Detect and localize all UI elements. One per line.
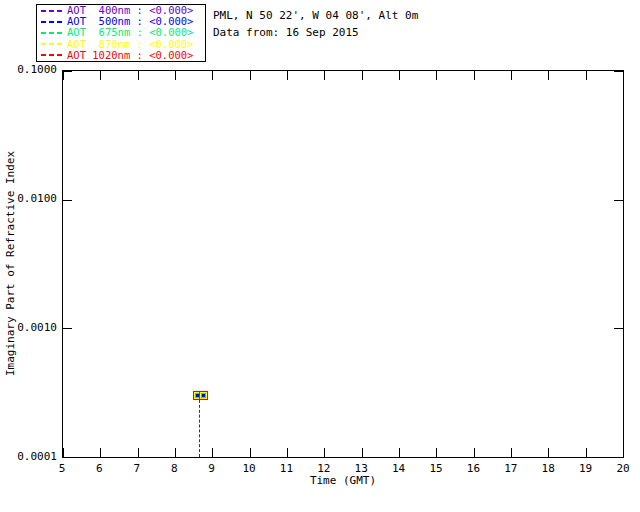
dashed-line-swatch-500nm — [41, 21, 63, 23]
y-tick-label: 0.0010 — [0, 322, 57, 334]
legend-item-870nm: AOT 870nm : <0.000> — [41, 39, 205, 50]
x-tick-label: 18 — [542, 462, 555, 475]
x-tick-label: 8 — [171, 462, 178, 475]
x-tick-label: 20 — [616, 462, 629, 475]
x-tick-label: 13 — [355, 462, 368, 475]
header-block: PML, N 50 22', W 04 08', Alt 0m Data fro… — [213, 7, 418, 41]
axis-ticks-bottom — [63, 448, 623, 457]
site-location-text: PML, N 50 22', W 04 08', Alt 0m — [213, 7, 418, 24]
legend-label-870nm: AOT 870nm : <0.000> — [67, 39, 193, 50]
legend-label-1020nm: AOT 1020nm : <0.000> — [67, 50, 193, 61]
x-tick-label: 5 — [59, 462, 66, 475]
dashed-line-swatch-870nm — [41, 43, 63, 45]
y-tick-label: 0.0001 — [0, 451, 57, 463]
x-tick-label: 17 — [504, 462, 517, 475]
data-point-marker — [202, 394, 205, 397]
x-tick-label: 6 — [96, 462, 103, 475]
dashed-line-swatch-675nm — [41, 32, 63, 34]
data-date-text: Data from: 16 Sep 2015 — [213, 24, 418, 41]
dashed-line-swatch-1020nm — [41, 54, 63, 56]
x-axis-title: Time (GMT) — [62, 474, 624, 487]
x-tick-label: 9 — [208, 462, 215, 475]
x-tick-label: 19 — [579, 462, 592, 475]
dashed-line-swatch-400nm — [41, 10, 63, 12]
y-axis-title: Imaginary Part of Refractive Index — [4, 114, 17, 414]
legend-box: AOT 400nm : <0.000> AOT 500nm : <0.000> … — [36, 4, 206, 62]
x-tick-label: 16 — [467, 462, 480, 475]
plot-area — [62, 70, 624, 458]
x-tick-label: 10 — [242, 462, 255, 475]
x-tick-label: 11 — [280, 462, 293, 475]
data-dropline — [199, 395, 200, 457]
aeronet-refractive-index-plot: AOT 400nm : <0.000> AOT 500nm : <0.000> … — [0, 0, 640, 512]
axis-ticks-top — [63, 71, 623, 80]
x-tick-label: 7 — [133, 462, 140, 475]
legend-label-675nm: AOT 675nm : <0.000> — [67, 27, 193, 38]
legend-item-675nm: AOT 675nm : <0.000> — [41, 27, 205, 38]
axis-ticks-left — [63, 71, 72, 457]
axis-ticks-right — [614, 71, 623, 457]
x-tick-label: 12 — [317, 462, 330, 475]
x-tick-label: 14 — [392, 462, 405, 475]
y-tick-label: 0.1000 — [0, 64, 57, 76]
y-tick-label: 0.0100 — [0, 193, 57, 205]
x-tick-label: 15 — [429, 462, 442, 475]
legend-item-1020nm: AOT 1020nm : <0.000> — [41, 50, 205, 61]
